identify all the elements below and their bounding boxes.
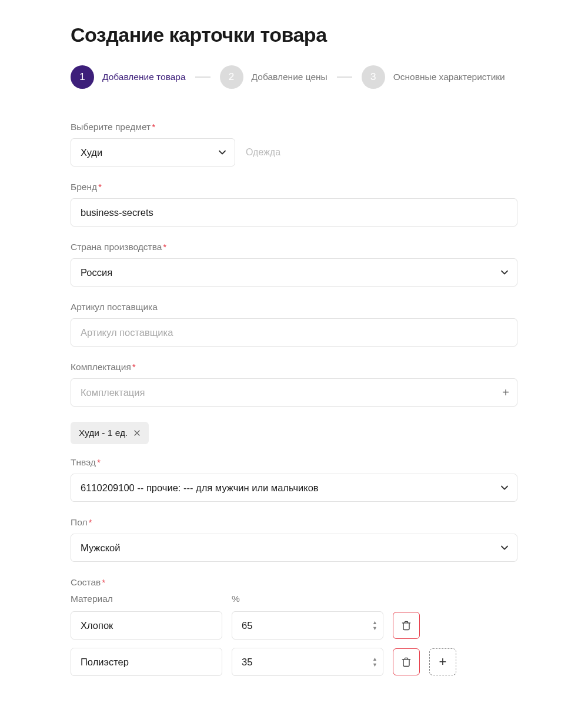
trash-icon [400,620,412,631]
kit-chip-remove[interactable] [133,429,141,437]
country-select[interactable] [71,258,517,287]
brand-input[interactable] [71,198,517,227]
step-label-1: Добавление товара [102,72,186,82]
composition-material-input[interactable] [71,611,222,640]
composition-percent-input[interactable] [232,648,383,676]
plus-icon: + [439,654,447,670]
step-divider [195,76,211,78]
field-tnved: Тнвэд* [71,457,517,502]
kit-chip-label: Худи - 1 ед. [79,428,128,438]
required-asterisk-icon: * [132,362,136,372]
composition-row: ▲▼ [71,611,517,640]
composition-add-button[interactable]: + [429,648,456,675]
subject-select[interactable] [71,138,235,166]
step-number-1: 1 [71,65,94,89]
required-asterisk-icon: * [102,577,105,587]
page-title: Создание карточки товара [71,24,517,46]
kit-chip: Худи - 1 ед. [71,422,149,444]
required-asterisk-icon: * [98,182,102,192]
composition-delete-button[interactable] [393,648,420,675]
kit-input[interactable] [71,378,517,407]
step-1[interactable]: 1 Добавление товара [71,65,186,89]
required-asterisk-icon: * [88,517,92,527]
label-composition: Состав* [71,577,517,588]
required-asterisk-icon: * [97,457,101,467]
composition-material-input[interactable] [71,648,222,676]
subject-category-helper: Одежда [246,147,280,158]
label-supplier-article: Артикул поставщика [71,302,517,312]
label-brand: Бренд* [71,182,517,192]
kit-input-wrap[interactable]: + [71,378,517,407]
field-supplier-article: Артикул поставщика [71,302,517,347]
number-stepper-icon[interactable]: ▲▼ [372,620,377,631]
composition-row: ▲▼ + [71,648,517,676]
label-gender: Пол* [71,517,517,528]
field-subject: Выберите предмет* Одежда [71,122,517,166]
field-brand: Бренд* [71,182,517,227]
field-gender: Пол* [71,517,517,562]
step-2[interactable]: 2 Добавление цены [220,65,328,89]
required-asterisk-icon: * [163,242,166,252]
wizard-stepper: 1 Добавление товара 2 Добавление цены 3 … [71,65,517,89]
gender-select-value[interactable] [71,534,517,562]
country-select-value[interactable] [71,258,517,287]
label-subject: Выберите предмет* [71,122,517,132]
field-kit: Комплектация* + [71,362,517,407]
tnved-select[interactable] [71,474,517,502]
field-composition: Состав* Материал % ▲▼ ▲▼ + [71,577,517,676]
step-number-3: 3 [362,65,385,89]
subject-select-value[interactable] [71,138,235,166]
step-label-2: Добавление цены [252,72,328,82]
step-divider [337,76,352,78]
composition-percent-input[interactable] [232,611,383,640]
gender-select[interactable] [71,534,517,562]
close-icon [133,429,141,437]
required-asterisk-icon: * [152,122,155,132]
step-3[interactable]: 3 Основные характеристики [362,65,505,89]
label-tnved: Тнвэд* [71,457,517,468]
trash-icon [400,656,412,668]
step-label-3: Основные характеристики [393,72,505,82]
composition-delete-button[interactable] [393,612,420,639]
field-country: Страна производства* [71,242,517,287]
composition-header-material: Материал [71,594,222,604]
tnved-select-value[interactable] [71,474,517,502]
step-number-2: 2 [220,65,243,89]
composition-header-percent: % [232,594,383,604]
label-kit: Комплектация* [71,362,517,372]
number-stepper-icon[interactable]: ▲▼ [372,657,377,668]
supplier-article-input[interactable] [71,318,517,347]
label-country: Страна производства* [71,242,517,252]
